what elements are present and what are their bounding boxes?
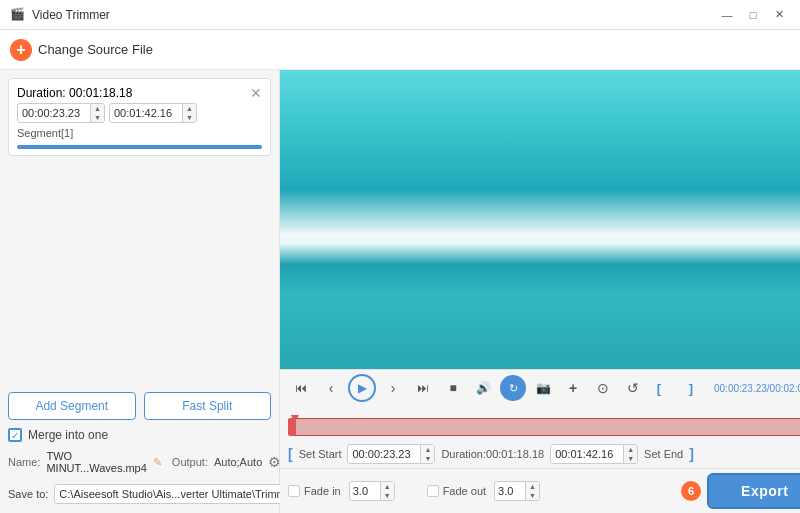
playback-buttons: ⏮ ‹ ▶ › ⏭ ■ 🔊 ↻ 📷 + ⊙ ↺ bbox=[288, 374, 646, 402]
add-marker-button[interactable]: + bbox=[560, 375, 586, 401]
window-controls: — □ ✕ bbox=[716, 4, 790, 26]
skip-to-start-button[interactable]: ⏮ bbox=[288, 375, 314, 401]
minimize-button[interactable]: — bbox=[716, 4, 738, 26]
start-time-spinners: ▲ ▼ bbox=[90, 104, 104, 122]
maximize-button[interactable]: □ bbox=[742, 4, 764, 26]
fade-in-wrapper: Fade in bbox=[288, 485, 341, 497]
fast-split-button[interactable]: Fast Split bbox=[144, 392, 272, 420]
set-end-label: Set End bbox=[644, 448, 683, 460]
main-content: Duration: 00:01:18.18 ✕ ▲ ▼ ▲ bbox=[0, 70, 800, 513]
skip-to-end-button[interactable]: ⏭ bbox=[410, 375, 436, 401]
stop-button[interactable]: ■ bbox=[440, 375, 466, 401]
refresh-button[interactable]: ↺ bbox=[620, 375, 646, 401]
fade-in-value-field[interactable]: ▲ ▼ bbox=[349, 481, 395, 501]
record-button[interactable]: ⊙ bbox=[590, 375, 616, 401]
end-time-up[interactable]: ▲ bbox=[183, 104, 196, 113]
fade-in-spinners: ▲ ▼ bbox=[380, 482, 394, 500]
time-controls: [ ] 00:00:23.23/00:02:00.03 bbox=[646, 375, 800, 401]
segment-duration-label: Duration: 00:01:18.18 bbox=[17, 86, 132, 100]
trim-start-input[interactable] bbox=[348, 446, 420, 462]
fade-in-label: Fade in bbox=[304, 485, 341, 497]
start-time-up[interactable]: ▲ bbox=[91, 104, 104, 113]
end-time-spinners: ▲ ▼ bbox=[182, 104, 196, 122]
playback-controls-bar: ⏮ ‹ ▶ › ⏭ ■ 🔊 ↻ 📷 + ⊙ ↺ [ ] 00:00:23.23/ bbox=[280, 369, 800, 406]
fade-export-row: Fade in ▲ ▼ Fade out bbox=[280, 468, 800, 513]
left-bottom: Add Segment Fast Split ✓ Merge into one … bbox=[0, 164, 279, 513]
edit-icon[interactable]: ✎ bbox=[153, 456, 162, 469]
snapshot-button[interactable]: 📷 bbox=[530, 375, 556, 401]
timeline-left-handle[interactable] bbox=[288, 418, 296, 436]
start-time-input[interactable] bbox=[18, 105, 90, 121]
step-forward-button[interactable]: › bbox=[380, 375, 406, 401]
trim-start-time-field[interactable]: ▲ ▼ bbox=[347, 444, 435, 464]
step-number-badge: 6 bbox=[681, 481, 701, 501]
trim-controls: [ Set Start ▲ ▼ Duration:00:01:18.18 ▲ ▼ bbox=[280, 440, 800, 468]
segment-progress-bar bbox=[17, 145, 262, 149]
trim-end-time-field[interactable]: ▲ ▼ bbox=[550, 444, 638, 464]
video-preview bbox=[280, 70, 800, 369]
close-button[interactable]: ✕ bbox=[768, 4, 790, 26]
change-source-label: Change Source File bbox=[38, 42, 153, 57]
segment-bar-fill bbox=[17, 145, 262, 149]
segment-header: Duration: 00:01:18.18 ✕ bbox=[9, 79, 270, 103]
trim-end-button[interactable]: ] bbox=[678, 375, 704, 401]
segment-close-button[interactable]: ✕ bbox=[250, 85, 262, 101]
fade-in-checkbox[interactable] bbox=[288, 485, 300, 497]
bracket-left-icon: [ bbox=[288, 446, 293, 462]
export-area: 6 Export bbox=[681, 473, 800, 509]
right-bottom-area: ⏮ ‹ ▶ › ⏭ ■ 🔊 ↻ 📷 + ⊙ ↺ [ ] 00:00:23.23/ bbox=[280, 369, 800, 513]
output-label: Output: bbox=[172, 456, 208, 468]
bracket-right-icon: ] bbox=[689, 446, 694, 462]
trim-end-down[interactable]: ▼ bbox=[624, 454, 637, 463]
check-icon: ✓ bbox=[11, 430, 19, 441]
trim-end-up[interactable]: ▲ bbox=[624, 445, 637, 454]
volume-button[interactable]: 🔊 bbox=[470, 375, 496, 401]
trim-start-up[interactable]: ▲ bbox=[421, 445, 434, 454]
start-time-field[interactable]: ▲ ▼ bbox=[17, 103, 105, 123]
save-label: Save to: bbox=[8, 488, 48, 500]
segment-bar bbox=[9, 143, 270, 155]
current-time-display: 00:00:23.23/00:02:00.03 bbox=[714, 383, 800, 394]
timeline-container[interactable]: ▼ bbox=[280, 406, 800, 440]
fade-in-input[interactable] bbox=[350, 484, 380, 498]
fade-out-value-field[interactable]: ▲ ▼ bbox=[494, 481, 540, 501]
fade-out-down[interactable]: ▼ bbox=[526, 491, 539, 500]
end-time-input[interactable] bbox=[110, 105, 182, 121]
fade-out-wrapper: Fade out bbox=[427, 485, 486, 497]
fade-out-label: Fade out bbox=[443, 485, 486, 497]
segment-card: Duration: 00:01:18.18 ✕ ▲ ▼ ▲ bbox=[8, 78, 271, 156]
right-panel: ⏮ ‹ ▶ › ⏭ ■ 🔊 ↻ 📷 + ⊙ ↺ [ ] 00:00:23.23/ bbox=[280, 70, 800, 513]
step-back-button[interactable]: ‹ bbox=[318, 375, 344, 401]
fade-out-spinners: ▲ ▼ bbox=[525, 482, 539, 500]
change-source-button[interactable]: + Change Source File bbox=[10, 39, 153, 61]
fade-out-input[interactable] bbox=[495, 484, 525, 498]
fade-in-down[interactable]: ▼ bbox=[381, 491, 394, 500]
file-info-row: Name: TWO MINUT...Waves.mp4 ✎ Output: Au… bbox=[8, 450, 271, 474]
start-time-down[interactable]: ▼ bbox=[91, 113, 104, 122]
end-time-down[interactable]: ▼ bbox=[183, 113, 196, 122]
output-value: Auto;Auto bbox=[214, 456, 262, 468]
play-button[interactable]: ▶ bbox=[348, 374, 376, 402]
end-time-field[interactable]: ▲ ▼ bbox=[109, 103, 197, 123]
loop-button[interactable]: ↻ bbox=[500, 375, 526, 401]
app-icon: 🎬 bbox=[10, 7, 26, 23]
add-segment-button[interactable]: Add Segment bbox=[8, 392, 136, 420]
merge-row: ✓ Merge into one bbox=[8, 428, 271, 442]
set-start-label: Set Start bbox=[299, 448, 342, 460]
segment-label: Segment[1] bbox=[9, 127, 270, 143]
save-row: Save to: C:\Aiseesoft Studio\Ais...verte… bbox=[8, 482, 271, 505]
merge-checkbox[interactable]: ✓ bbox=[8, 428, 22, 442]
timeline-track[interactable] bbox=[288, 418, 800, 436]
fade-out-up[interactable]: ▲ bbox=[526, 482, 539, 491]
segment-times: ▲ ▼ ▲ ▼ bbox=[9, 103, 270, 127]
file-name: TWO MINUT...Waves.mp4 bbox=[46, 450, 146, 474]
export-button[interactable]: Export bbox=[707, 473, 800, 509]
trim-end-input[interactable] bbox=[551, 446, 623, 462]
fade-in-up[interactable]: ▲ bbox=[381, 482, 394, 491]
fade-out-checkbox[interactable] bbox=[427, 485, 439, 497]
name-label: Name: bbox=[8, 456, 40, 468]
timeline-selection bbox=[288, 418, 800, 436]
duration-label: Duration:00:01:18.18 bbox=[441, 448, 544, 460]
trim-start-button[interactable]: [ bbox=[646, 375, 672, 401]
trim-start-down[interactable]: ▼ bbox=[421, 454, 434, 463]
